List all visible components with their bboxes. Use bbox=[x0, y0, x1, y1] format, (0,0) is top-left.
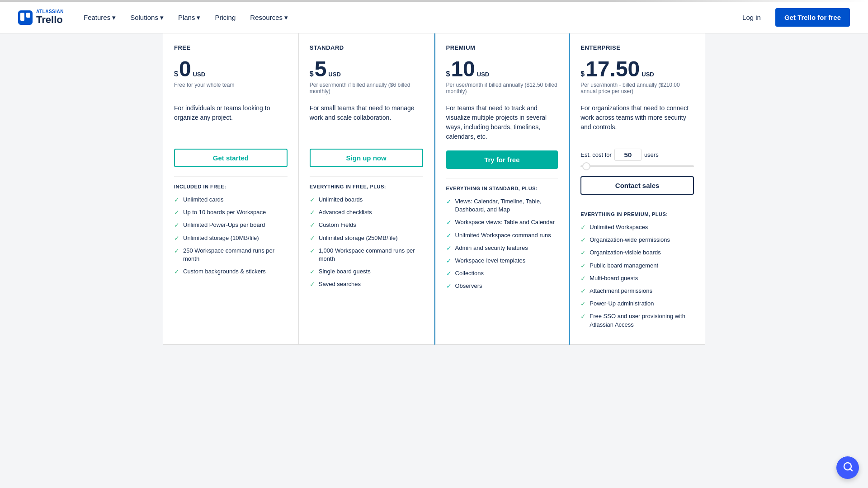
feature-text: Workspace-level templates bbox=[455, 257, 526, 265]
price-usd: USD bbox=[193, 71, 205, 78]
check-icon: ✓ bbox=[580, 224, 586, 231]
price-usd: USD bbox=[477, 71, 489, 78]
check-icon: ✓ bbox=[310, 196, 315, 203]
est-users-input[interactable] bbox=[614, 149, 642, 161]
plan-desc: For individuals or teams looking to orga… bbox=[174, 103, 288, 140]
nav-resources[interactable]: Resources ▾ bbox=[245, 10, 293, 25]
plan-enterprise-name: ENTERPRISE bbox=[580, 44, 694, 51]
premium-try-button[interactable]: Try for free bbox=[446, 150, 558, 169]
list-item: ✓ Organization-wide permissions bbox=[580, 236, 694, 244]
svg-rect-2 bbox=[26, 13, 30, 18]
list-item: ✓ Free SSO and user provisioning with At… bbox=[580, 312, 694, 328]
check-icon: ✓ bbox=[580, 249, 586, 256]
list-item: ✓ Multi-board guests bbox=[580, 274, 694, 282]
check-icon: ✓ bbox=[580, 262, 586, 269]
chat-badge[interactable] bbox=[836, 456, 859, 479]
check-icon: ✓ bbox=[310, 209, 315, 216]
nav-pricing[interactable]: Pricing bbox=[209, 10, 241, 25]
standard-features: EVERYTHING IN FREE, PLUS: ✓ Unlimited bo… bbox=[310, 176, 423, 289]
check-icon: ✓ bbox=[174, 209, 179, 216]
feature-text: Up to 10 boards per Workspace bbox=[183, 208, 266, 216]
get-trello-button[interactable]: Get Trello for free bbox=[775, 8, 850, 27]
check-icon: ✓ bbox=[174, 247, 179, 254]
premium-features: EVERYTHING IN STANDARD, PLUS: ✓ Views: C… bbox=[446, 178, 558, 291]
feature-text: Saved searches bbox=[319, 280, 361, 288]
users-slider-thumb[interactable] bbox=[582, 162, 590, 170]
enterprise-contact-button[interactable]: Contact sales bbox=[580, 176, 694, 195]
price-dollar: $ bbox=[310, 70, 314, 78]
feature-text: Custom backgrounds & stickers bbox=[183, 267, 266, 276]
feature-text: Organization-wide permissions bbox=[590, 236, 670, 244]
feature-text: Custom Fields bbox=[319, 221, 356, 229]
check-icon: ✓ bbox=[174, 196, 179, 203]
plan-premium-price-row: $ 10 USD bbox=[446, 58, 558, 80]
free-get-started-button[interactable]: Get started bbox=[174, 149, 288, 167]
plan-free-price-row: $ 0 USD bbox=[174, 58, 288, 80]
list-item: ✓ Public board management bbox=[580, 262, 694, 270]
feature-text: Single board guests bbox=[319, 267, 371, 276]
price-amount: 5 bbox=[315, 58, 327, 80]
price-dollar: $ bbox=[174, 70, 178, 78]
pricing-container: FREE $ 0 USD Free for your whole team Fo… bbox=[163, 33, 705, 345]
feature-text: 250 Workspace command runs per month bbox=[183, 247, 288, 263]
users-slider-track bbox=[580, 165, 694, 167]
list-item: ✓ Unlimited Workspaces bbox=[580, 223, 694, 231]
check-icon: ✓ bbox=[446, 219, 452, 226]
list-item: ✓ Unlimited storage (10MB/file) bbox=[174, 234, 288, 242]
list-item: ✓ Workspace views: Table and Calendar bbox=[446, 218, 558, 226]
check-icon: ✓ bbox=[310, 247, 315, 254]
logo-link[interactable]: ATLASSIAN Trello bbox=[18, 9, 64, 26]
price-note: Per user/month if billed annually ($12.5… bbox=[446, 82, 558, 96]
standard-signup-button[interactable]: Sign up now bbox=[310, 149, 423, 167]
check-icon: ✓ bbox=[446, 282, 452, 290]
check-icon: ✓ bbox=[174, 268, 179, 275]
list-item: ✓ Single board guests bbox=[310, 267, 423, 276]
feature-text: Views: Calendar, Timeline, Table, Dashbo… bbox=[455, 197, 558, 214]
free-features: INCLUDED IN FREE: ✓ Unlimited cards ✓ Up… bbox=[174, 176, 288, 276]
plan-desc: For organizations that need to connect w… bbox=[580, 103, 694, 140]
plan-premium-name: PREMIUM bbox=[446, 44, 558, 51]
price-dollar: $ bbox=[446, 70, 450, 78]
list-item: ✓ Admin and security features bbox=[446, 244, 558, 252]
plan-premium: PREMIUM $ 10 USD Per user/month if bille… bbox=[434, 33, 570, 345]
feature-text: Unlimited boards bbox=[319, 196, 363, 204]
plan-free-name: FREE bbox=[174, 44, 288, 51]
plan-desc: For teams that need to track and visuali… bbox=[446, 103, 558, 141]
plan-desc: For small teams that need to manage work… bbox=[310, 103, 423, 140]
enterprise-features: EVERYTHING IN PREMIUM, PLUS: ✓ Unlimited… bbox=[580, 204, 694, 329]
check-icon: ✓ bbox=[310, 268, 315, 275]
check-icon: ✓ bbox=[580, 287, 586, 295]
nav-solutions[interactable]: Solutions ▾ bbox=[125, 10, 169, 25]
navbar: ATLASSIAN Trello Features ▾ Solutions ▾ … bbox=[0, 2, 868, 33]
feature-text: Admin and security features bbox=[455, 244, 528, 252]
list-item: ✓ Observers bbox=[446, 282, 558, 290]
price-amount: 10 bbox=[451, 58, 475, 80]
chat-icon bbox=[841, 460, 854, 475]
plan-standard-price-row: $ 5 USD bbox=[310, 58, 423, 80]
nav-plans[interactable]: Plans ▾ bbox=[173, 10, 206, 25]
list-item: ✓ Advanced checklists bbox=[310, 208, 423, 216]
free-features-title: INCLUDED IN FREE: bbox=[174, 184, 288, 189]
chevron-down-icon: ▾ bbox=[284, 14, 288, 22]
feature-text: 1,000 Workspace command runs per month bbox=[319, 247, 423, 263]
login-button[interactable]: Log in bbox=[735, 10, 768, 25]
list-item: ✓ Saved searches bbox=[310, 280, 423, 288]
feature-text: Unlimited Power-Ups per board bbox=[183, 221, 265, 229]
nav-features[interactable]: Features ▾ bbox=[78, 10, 121, 25]
price-usd: USD bbox=[328, 71, 340, 78]
feature-text: Attachment permissions bbox=[590, 287, 652, 295]
plan-enterprise-price-row: $ 17.50 USD bbox=[580, 58, 694, 80]
premium-features-title: EVERYTHING IN STANDARD, PLUS: bbox=[446, 186, 558, 191]
price-amount: 17.50 bbox=[585, 58, 640, 80]
list-item: ✓ Power-Up administration bbox=[580, 300, 694, 308]
standard-features-title: EVERYTHING IN FREE, PLUS: bbox=[310, 184, 423, 189]
list-item: ✓ 250 Workspace command runs per month bbox=[174, 247, 288, 263]
list-item: ✓ Views: Calendar, Timeline, Table, Dash… bbox=[446, 197, 558, 214]
price-note: Per user/month - billed annually ($210.0… bbox=[580, 82, 694, 96]
pricing-page: FREE $ 0 USD Free for your whole team Fo… bbox=[0, 33, 868, 488]
list-item: ✓ Organization-visible boards bbox=[580, 249, 694, 257]
feature-text: Multi-board guests bbox=[590, 274, 638, 282]
svg-line-4 bbox=[850, 469, 852, 471]
feature-text: Unlimited storage (250MB/file) bbox=[319, 234, 398, 242]
feature-text: Public board management bbox=[590, 262, 658, 270]
